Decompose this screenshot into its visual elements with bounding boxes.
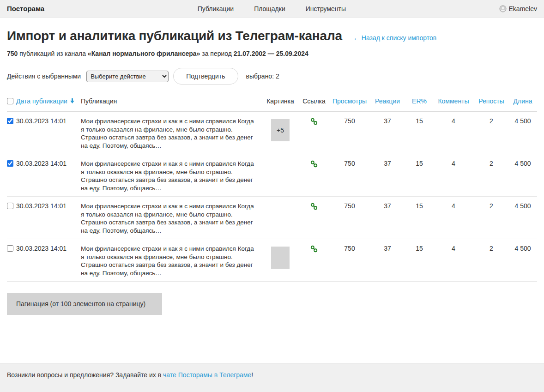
link-icon[interactable] xyxy=(310,160,318,169)
length-column-header[interactable]: Длина xyxy=(508,97,537,105)
row-checkbox[interactable] xyxy=(7,245,13,252)
length-value: 4 500 xyxy=(508,202,537,210)
reposts-value: 2 xyxy=(474,117,508,125)
views-value: 750 xyxy=(330,160,369,167)
length-value: 4 500 xyxy=(508,117,537,125)
comments-value: 4 xyxy=(433,160,474,167)
summary-text-2: за период xyxy=(200,50,234,57)
date-column-label: Дата публикации xyxy=(16,97,67,105)
select-all-checkbox[interactable] xyxy=(7,98,13,104)
action-select[interactable]: Выберите действие xyxy=(86,71,169,82)
views-value: 750 xyxy=(330,117,369,125)
er-column-header[interactable]: ER% xyxy=(406,97,433,105)
row-checkbox[interactable] xyxy=(7,203,13,209)
title-row: Импорт и аналитика публикаций из Телегра… xyxy=(7,29,537,43)
page-footer: Возникли вопросы и предложения? Задавайт… xyxy=(0,363,544,392)
views-value: 750 xyxy=(330,245,369,252)
comments-value: 4 xyxy=(433,202,474,210)
link-column-header: Ссылка xyxy=(298,97,330,105)
reactions-value: 37 xyxy=(369,160,406,167)
reposts-value: 2 xyxy=(474,245,508,252)
publications-count: 750 xyxy=(7,50,18,57)
image-thumbnail[interactable] xyxy=(271,247,290,269)
pagination-control[interactable]: Пагинация (от 100 элементов на страницу) xyxy=(7,293,162,315)
link-icon[interactable] xyxy=(310,203,318,211)
length-value: 4 500 xyxy=(508,245,537,252)
image-column-header: Картинка xyxy=(263,97,298,105)
reactions-column-header[interactable]: Реакции xyxy=(369,97,406,105)
channel-name: «Канал нормального фрилансера» xyxy=(88,50,200,57)
publication-date: 30.03.2023 14:01 xyxy=(16,160,81,167)
bulk-actions-label: Действия с выбранными xyxy=(7,72,81,80)
er-value: 15 xyxy=(406,202,433,210)
nav-item-platforms[interactable]: Площадки xyxy=(254,5,285,12)
period-range: 21.07.2002 — 25.09.2024 xyxy=(234,50,308,57)
publication-text: Мои фрилансерские страхи и как я с ними … xyxy=(81,202,263,235)
brand-logo[interactable]: Посторама xyxy=(7,5,44,12)
table-row: 30.03.2023 14:01 Мои фрилансерские страх… xyxy=(7,197,537,239)
reactions-value: 37 xyxy=(369,245,406,252)
nav-item-tools[interactable]: Инструменты xyxy=(306,5,346,12)
user-menu[interactable]: Ekamelev xyxy=(499,5,537,12)
publications-table: Дата публикации Публикация Картинка Ссыл… xyxy=(7,95,537,282)
back-to-imports-link[interactable]: ← Назад к списку импортов xyxy=(353,34,436,42)
reposts-value: 2 xyxy=(474,202,508,210)
table-row: 30.03.2023 14:01 Мои фрилансерские страх… xyxy=(7,154,537,197)
reposts-value: 2 xyxy=(474,160,508,167)
reactions-value: 37 xyxy=(369,202,406,210)
reposts-column-header[interactable]: Репосты xyxy=(474,97,508,105)
confirm-button[interactable]: Подтвердить xyxy=(173,68,238,84)
er-value: 15 xyxy=(406,245,433,252)
image-thumbnail[interactable]: +5 xyxy=(271,119,290,141)
row-checkbox[interactable] xyxy=(7,118,13,124)
publication-text: Мои фрилансерские страхи и как я с ними … xyxy=(81,117,263,150)
user-icon xyxy=(499,5,507,12)
views-column-header[interactable]: Просмотры xyxy=(330,97,369,105)
row-checkbox[interactable] xyxy=(7,160,13,167)
nav-item-publications[interactable]: Публикации xyxy=(198,5,234,12)
publication-date: 30.03.2023 14:01 xyxy=(16,202,81,210)
views-value: 750 xyxy=(330,202,369,210)
import-summary: 750 публикаций из канала «Канал нормальн… xyxy=(7,50,537,57)
publication-text: Мои фрилансерские страхи и как я с ними … xyxy=(81,245,263,277)
footer-text: Возникли вопросы и предложения? Задавайт… xyxy=(7,371,161,379)
er-value: 15 xyxy=(406,160,433,167)
bulk-actions-bar: Действия с выбранными Выберите действие … xyxy=(7,68,537,84)
publication-column-header: Публикация xyxy=(81,97,263,105)
link-icon[interactable] xyxy=(310,118,318,127)
telegram-chat-link[interactable]: чате Посторамы в Телеграме xyxy=(163,371,251,379)
selected-count: выбрано: 2 xyxy=(246,72,279,80)
comments-column-header[interactable]: Комменты xyxy=(433,97,474,105)
length-value: 4 500 xyxy=(508,160,537,167)
page-title: Импорт и аналитика публикаций из Телегра… xyxy=(7,29,342,43)
sort-desc-icon xyxy=(70,97,75,105)
publication-text: Мои фрилансерские страхи и как я с ними … xyxy=(81,160,263,192)
sort-by-date-header[interactable]: Дата публикации xyxy=(16,97,75,105)
nav-menu: Публикации Площадки Инструменты xyxy=(44,5,499,12)
top-navigation: Посторама Публикации Площадки Инструмент… xyxy=(0,0,544,18)
publication-date: 30.03.2023 14:01 xyxy=(16,117,81,125)
comments-value: 4 xyxy=(433,117,474,125)
footer-suffix: ! xyxy=(251,371,253,379)
summary-text-1: публикаций из канала xyxy=(18,50,87,57)
comments-value: 4 xyxy=(433,245,474,252)
reactions-value: 37 xyxy=(369,117,406,125)
table-row: 30.03.2023 14:01 Мои фрилансерские страх… xyxy=(7,239,537,282)
er-value: 15 xyxy=(406,117,433,125)
table-header-row: Дата публикации Публикация Картинка Ссыл… xyxy=(7,95,537,112)
table-row: 30.03.2023 14:01 Мои фрилансерские страх… xyxy=(7,112,537,154)
link-icon[interactable] xyxy=(310,245,318,254)
main-content: Импорт и аналитика публикаций из Телегра… xyxy=(0,18,544,282)
user-name: Ekamelev xyxy=(509,5,537,12)
publication-date: 30.03.2023 14:01 xyxy=(16,245,81,252)
